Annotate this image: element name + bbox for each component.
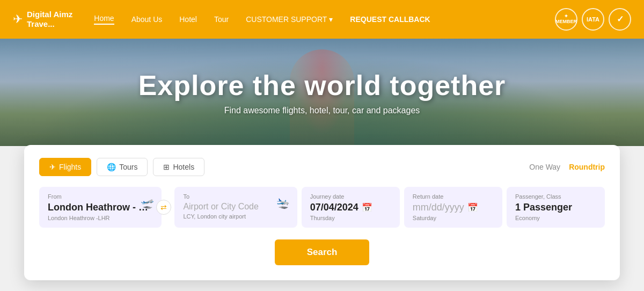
hero-content: Explore the world together Find awesome … <box>138 69 506 115</box>
to-field[interactable]: To Airport or City Code LCY, London city… <box>174 187 297 228</box>
tab-hotels[interactable]: ⊞ Hotels <box>153 158 204 176</box>
tabs-row: ✈ Flights 🌐 Tours ⊞ Hotels One Way Round… <box>39 158 605 176</box>
tab-tours[interactable]: 🌐 Tours <box>97 158 148 176</box>
to-value: Airport or City Code <box>183 202 288 212</box>
roundtrip-option[interactable]: Roundtrip <box>569 163 605 171</box>
from-field[interactable]: From London Heathrow - LHR London Heathr… <box>39 187 162 228</box>
logo[interactable]: ✈ Digital Aimz Trave... <box>13 10 72 29</box>
from-label: From <box>48 193 153 200</box>
return-date-day: Saturday <box>413 215 494 221</box>
passenger-class: Economy <box>515 215 596 221</box>
plane-icon: ✈ <box>13 12 23 26</box>
nav-tour[interactable]: Tour <box>214 15 229 24</box>
return-date-value: mm/dd/yyyy <box>413 202 464 213</box>
search-form-row: From London Heathrow - LHR London Heathr… <box>39 187 605 228</box>
chevron-down-icon: ▾ <box>329 15 333 24</box>
passenger-label: Passenger, Class <box>515 193 596 200</box>
hero-subtitle: Find awesome flights, hotel, tour, car a… <box>138 106 506 115</box>
to-label: To <box>183 193 288 200</box>
brand-name: Digital Aimz Trave... <box>27 10 72 29</box>
swap-icon[interactable]: ⇄ <box>156 200 171 215</box>
passenger-value: 1 Passenger <box>515 202 596 213</box>
return-date-label: Return date <box>413 193 494 200</box>
search-button-row: Search <box>39 239 605 265</box>
search-card: ✈ Flights 🌐 Tours ⊞ Hotels One Way Round… <box>24 145 620 280</box>
nav-support[interactable]: CUSTOMER SUPPORT ▾ <box>246 15 333 24</box>
return-date-calendar-icon: 📅 <box>467 202 478 213</box>
journey-date-label: Journey date <box>310 193 391 200</box>
hotel-icon: ⊞ <box>163 163 170 171</box>
nav-hotel[interactable]: Hotel <box>179 15 197 24</box>
search-button[interactable]: Search <box>275 239 370 265</box>
passenger-field[interactable]: Passenger, Class 1 Passenger Economy <box>507 187 605 228</box>
nav-home[interactable]: Home <box>94 14 114 25</box>
tab-flights[interactable]: ✈ Flights <box>39 158 91 176</box>
hero-section: Explore the world together Find awesome … <box>0 39 644 146</box>
from-plane-icon: 🛫 <box>141 197 154 209</box>
nav-badges: ✦MEMBER IATA ✓ <box>555 8 631 31</box>
flights-icon: ✈ <box>49 163 56 171</box>
nav-callback[interactable]: REQUEST CALLBACK <box>350 15 430 24</box>
journey-date-day: Thursday <box>310 215 391 221</box>
iata-badge: IATA <box>582 8 604 31</box>
hero-title: Explore the world together <box>138 69 506 101</box>
to-plane-icon: 🛬 <box>276 197 290 209</box>
nav-about[interactable]: About Us <box>131 15 163 24</box>
tab-buttons: ✈ Flights 🌐 Tours ⊞ Hotels <box>39 158 204 176</box>
return-date-field[interactable]: Return date mm/dd/yyyy 📅 Saturday <box>404 187 502 228</box>
iso-badge: ✦MEMBER <box>555 8 577 31</box>
to-sub: LCY, London city airport <box>183 213 288 220</box>
nav-links: Home About Us Hotel Tour CUSTOMER SUPPOR… <box>94 14 555 25</box>
from-sub: London Heathrow -LHR <box>48 215 153 221</box>
one-way-option[interactable]: One Way <box>529 163 560 171</box>
trip-type-options: One Way Roundtrip <box>529 163 605 171</box>
journey-date-calendar-icon: 📅 <box>362 202 372 213</box>
journey-date-value: 07/04/2024 <box>310 202 358 213</box>
journey-date-field[interactable]: Journey date 07/04/2024 📅 Thursday <box>302 187 400 228</box>
verify-badge: ✓ <box>609 8 631 31</box>
globe-icon: 🌐 <box>107 163 116 171</box>
navbar: ✈ Digital Aimz Trave... Home About Us Ho… <box>0 0 644 39</box>
from-value: London Heathrow - LHR <box>48 202 153 213</box>
